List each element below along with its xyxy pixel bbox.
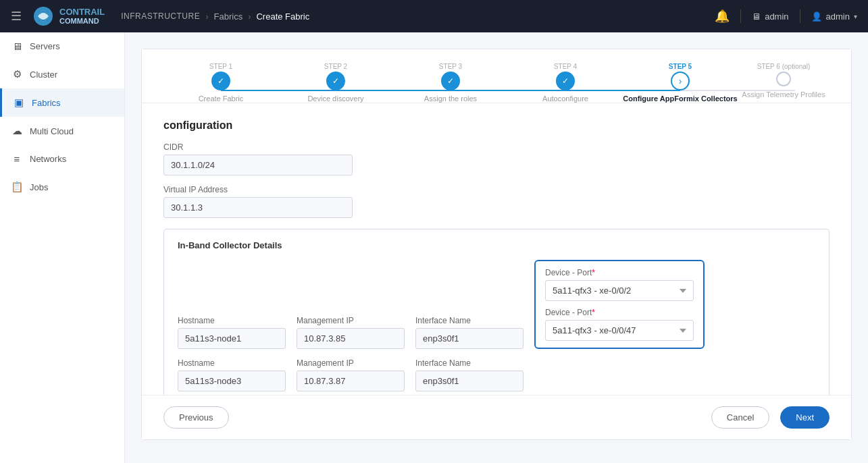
mgmt-ip-field-1: Management IP bbox=[297, 316, 405, 349]
step4-circle: ✓ bbox=[556, 72, 575, 90]
device-port-select-2[interactable]: 5a11-qfx3 - xe-0/0/2 5a11-qfx3 - xe-0/0/… bbox=[545, 320, 694, 341]
breadcrumb-infrastructure[interactable]: INFRASTRUCTURE bbox=[121, 11, 200, 21]
sidebar-item-multicloud[interactable]: ☁ Multi Cloud bbox=[0, 117, 124, 145]
main-content: STEP 1 ✓ Create Fabric STEP 2 ✓ Device d… bbox=[125, 32, 868, 463]
sidebar-label-fabrics: Fabrics bbox=[32, 98, 61, 108]
nav-icons: 🔔 🖥 admin 👤 admin ▾ bbox=[715, 9, 857, 24]
cidr-group: CIDR bbox=[163, 142, 829, 175]
logo: CONTRAIL COMMAND bbox=[32, 5, 105, 27]
vip-input[interactable] bbox=[163, 197, 353, 218]
breadcrumb: INFRASTRUCTURE › Fabrics › Create Fabric bbox=[121, 11, 309, 22]
fabrics-icon: ▣ bbox=[13, 97, 25, 109]
step1-num: STEP 1 bbox=[209, 63, 232, 70]
required-indicator-1: * bbox=[592, 268, 595, 277]
iface-input-1[interactable] bbox=[415, 328, 524, 349]
mgmt-ip-field-2: Management IP bbox=[297, 358, 405, 391]
sidebar-item-networks[interactable]: ≡ Networks bbox=[0, 145, 124, 173]
top-nav: ☰ CONTRAIL COMMAND INFRASTRUCTURE › Fabr… bbox=[0, 0, 868, 32]
hostname-label-1: Hostname bbox=[178, 316, 286, 325]
iface-field-1: Interface Name bbox=[415, 316, 524, 349]
required-indicator-2: * bbox=[592, 308, 595, 317]
sidebar-item-jobs[interactable]: 📋 Jobs bbox=[0, 173, 124, 201]
footer-bar: Previous Cancel Next bbox=[142, 395, 851, 439]
step6-circle bbox=[776, 72, 791, 86]
step5-num: STEP 5 bbox=[669, 63, 692, 70]
mgmt-ip-label-2: Management IP bbox=[297, 358, 405, 368]
step6-num: STEP 6 (optional) bbox=[757, 63, 811, 70]
iface-input-2[interactable] bbox=[415, 371, 524, 391]
breadcrumb-current: Create Fabric bbox=[256, 11, 309, 22]
sidebar-label-servers: Servers bbox=[30, 41, 60, 51]
admin2-button[interactable]: 👤 admin ▾ bbox=[811, 11, 857, 22]
step1-circle: ✓ bbox=[211, 72, 230, 90]
step3-num: STEP 3 bbox=[439, 63, 462, 70]
sidebar: 🖥 Servers ⚙ Cluster ▣ Fabrics ☁ Multi Cl… bbox=[0, 32, 125, 463]
nav-divider2 bbox=[800, 9, 800, 23]
step2-circle: ✓ bbox=[326, 72, 345, 90]
content-card: STEP 1 ✓ Create Fabric STEP 2 ✓ Device d… bbox=[141, 49, 852, 440]
step-5: STEP 5 › Configure AppFormix Collectors bbox=[623, 63, 738, 103]
vip-group: Virtual IP Address bbox=[163, 185, 829, 218]
step-1: STEP 1 ✓ Create Fabric bbox=[163, 63, 278, 103]
breadcrumb-sep2: › bbox=[248, 11, 251, 22]
device-port-label-2: Device - Port* bbox=[545, 308, 694, 317]
iface-label-1: Interface Name bbox=[415, 316, 524, 325]
iface-field-2: Interface Name bbox=[415, 358, 524, 391]
breadcrumb-sep1: › bbox=[205, 11, 208, 22]
device-port-box: Device - Port* 5a11-qfx3 - xe-0/0/2 5a11… bbox=[534, 260, 705, 349]
hostname-field-2: Hostname bbox=[178, 358, 286, 391]
step3-circle: ✓ bbox=[441, 72, 460, 90]
collector-title: In-Band Collector Details bbox=[178, 240, 815, 250]
step-4: STEP 4 ✓ Autoconfigure bbox=[508, 63, 623, 103]
cancel-button[interactable]: Cancel bbox=[711, 406, 769, 429]
admin1-button[interactable]: 🖥 admin bbox=[752, 11, 788, 22]
collector-box: In-Band Collector Details Hostname Manag… bbox=[163, 229, 829, 412]
sidebar-label-multicloud: Multi Cloud bbox=[30, 126, 74, 136]
sidebar-label-jobs: Jobs bbox=[30, 182, 48, 192]
device-port-select-1[interactable]: 5a11-qfx3 - xe-0/0/2 5a11-qfx3 - xe-0/0/… bbox=[545, 280, 694, 301]
user-icon: 👤 bbox=[811, 11, 822, 22]
logo-icon bbox=[32, 5, 54, 27]
cidr-input[interactable] bbox=[163, 155, 353, 175]
step3-label: Assign the roles bbox=[424, 94, 477, 103]
mgmt-ip-input-1[interactable] bbox=[297, 328, 405, 349]
step1-label: Create Fabric bbox=[199, 94, 244, 103]
step2-num: STEP 2 bbox=[324, 63, 347, 70]
logo-text: CONTRAIL COMMAND bbox=[59, 7, 105, 25]
sidebar-item-servers[interactable]: 🖥 Servers bbox=[0, 32, 124, 60]
sidebar-item-fabrics[interactable]: ▣ Fabrics bbox=[0, 88, 124, 117]
step6-label: Assign Telemetry Profiles bbox=[742, 90, 825, 99]
hamburger-menu[interactable]: ☰ bbox=[11, 9, 22, 24]
jobs-icon: 📋 bbox=[11, 181, 23, 193]
bell-icon[interactable]: 🔔 bbox=[715, 9, 730, 24]
collector-row-2: Hostname Management IP Interface Name bbox=[178, 358, 815, 391]
device-port-field-1: Device - Port* 5a11-qfx3 - xe-0/0/2 5a11… bbox=[545, 268, 694, 301]
sidebar-label-cluster: Cluster bbox=[30, 70, 57, 80]
step2-label: Device discovery bbox=[307, 94, 363, 103]
step-3: STEP 3 ✓ Assign the roles bbox=[393, 63, 508, 103]
step-6: STEP 6 (optional) Assign Telemetry Profi… bbox=[738, 63, 829, 99]
networks-icon: ≡ bbox=[11, 153, 23, 165]
sidebar-item-cluster[interactable]: ⚙ Cluster bbox=[0, 60, 124, 88]
cidr-label: CIDR bbox=[163, 142, 829, 152]
stepper: STEP 1 ✓ Create Fabric STEP 2 ✓ Device d… bbox=[142, 49, 851, 103]
iface-label-2: Interface Name bbox=[415, 358, 524, 368]
right-buttons: Cancel Next bbox=[711, 406, 829, 429]
step5-circle: › bbox=[671, 72, 690, 90]
hostname-input-2[interactable] bbox=[178, 371, 286, 391]
cluster-icon: ⚙ bbox=[11, 68, 23, 80]
hostname-input-1[interactable] bbox=[178, 328, 286, 349]
admin2-label: admin bbox=[826, 11, 850, 22]
body-content: configuration CIDR Virtual IP Address In… bbox=[142, 103, 851, 429]
multicloud-icon: ☁ bbox=[11, 125, 23, 137]
mgmt-ip-label-1: Management IP bbox=[297, 316, 405, 325]
collector-row-1: Hostname Management IP Interface Name bbox=[178, 260, 815, 349]
next-button[interactable]: Next bbox=[780, 406, 829, 429]
mgmt-ip-input-2[interactable] bbox=[297, 371, 405, 391]
hostname-label-2: Hostname bbox=[178, 358, 286, 368]
chevron-down-icon: ▾ bbox=[854, 13, 857, 20]
breadcrumb-fabrics[interactable]: Fabrics bbox=[214, 11, 243, 22]
previous-button[interactable]: Previous bbox=[163, 406, 229, 429]
step5-label: Configure AppFormix Collectors bbox=[623, 94, 738, 103]
device-port-label-1: Device - Port* bbox=[545, 268, 694, 277]
